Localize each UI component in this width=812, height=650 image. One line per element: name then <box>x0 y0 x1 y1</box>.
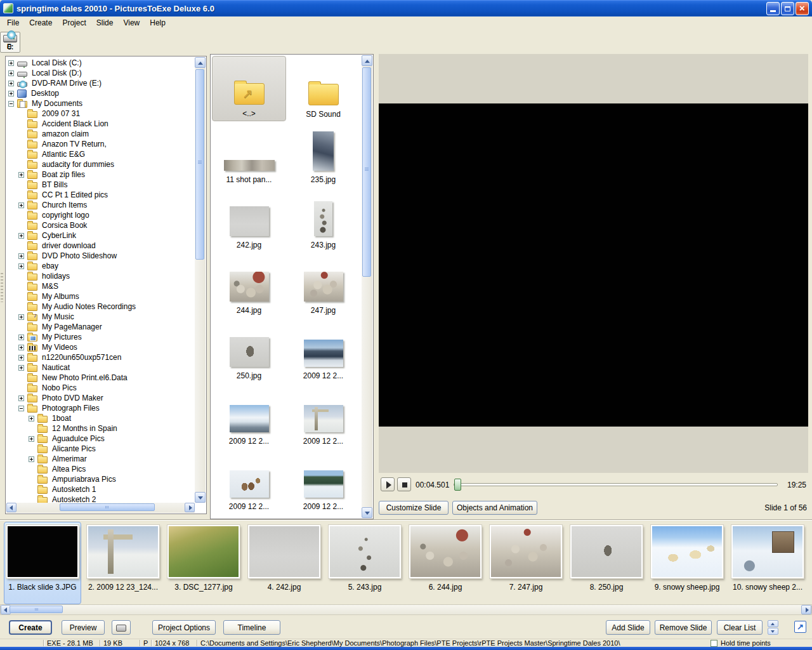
tree-item[interactable]: My PageManager <box>6 322 195 332</box>
file-item[interactable]: 235.jpg <box>286 121 360 187</box>
tree-item[interactable]: Alicante Pics <box>6 444 195 454</box>
tree-item[interactable]: Atlantic E&G <box>6 149 195 159</box>
clear-list-button[interactable]: Clear List <box>717 620 763 635</box>
menu-item[interactable]: Create <box>24 17 57 29</box>
seek-thumb[interactable] <box>454 479 461 491</box>
tree-expander-icon[interactable] <box>8 101 14 107</box>
spin-up-button[interactable] <box>768 620 778 627</box>
seek-bar[interactable] <box>454 483 778 486</box>
tree-expander-icon[interactable] <box>29 416 34 421</box>
slide-item[interactable]: 9. snowy sheep.jpg <box>648 522 726 604</box>
tree-item[interactable]: Boat zip files <box>6 169 195 180</box>
screen-preview-button[interactable] <box>112 620 131 635</box>
file-item[interactable]: <..> <box>212 56 286 121</box>
tree-item[interactable]: CyberLink <box>6 230 195 241</box>
menu-item[interactable]: Help <box>145 17 171 29</box>
file-item[interactable]: 2009 12 2... <box>286 383 360 448</box>
panel-splitter[interactable] <box>1 273 3 302</box>
tree-item[interactable]: Desktop <box>6 88 195 98</box>
spin-down-button[interactable] <box>768 628 778 635</box>
tree-item[interactable]: Local Disk (C:) <box>6 58 195 68</box>
tree-item[interactable]: Nobo Pics <box>6 383 195 393</box>
stop-button[interactable] <box>397 477 411 491</box>
add-slide-button[interactable]: Add Slide <box>606 620 650 635</box>
tree-item[interactable]: BT Bills <box>6 180 195 190</box>
tree-horizontal-scrollbar[interactable] <box>6 503 195 513</box>
scrollbar-thumb[interactable] <box>195 69 204 260</box>
scroll-right-button[interactable] <box>801 605 811 614</box>
file-item[interactable]: 247.jpg <box>286 252 360 317</box>
restore-button[interactable] <box>781 2 794 15</box>
tree-item[interactable]: My Music <box>6 312 195 322</box>
tree-item[interactable]: holidays <box>6 271 195 281</box>
strip-scrollbar[interactable] <box>0 604 812 615</box>
tree-expander-icon[interactable] <box>18 202 24 208</box>
file-item[interactable]: 244.jpg <box>212 252 286 317</box>
tree-item[interactable]: 12 Months in Spain <box>6 423 195 434</box>
create-button[interactable]: Create <box>9 620 52 635</box>
timeline-button[interactable]: Timeline <box>223 620 280 635</box>
tree-expander-icon[interactable] <box>29 456 34 462</box>
file-item[interactable]: 2009 12 2... <box>212 448 286 514</box>
tree-item[interactable]: My Pictures <box>6 332 195 342</box>
tree-item[interactable]: Autosketch 2 <box>6 494 195 503</box>
tree-expander-icon[interactable] <box>18 365 24 371</box>
tree-expander-icon[interactable] <box>18 314 24 320</box>
play-button[interactable] <box>381 477 395 491</box>
scroll-right-button[interactable] <box>185 503 195 512</box>
file-item[interactable]: 2009 12 2... <box>286 448 360 514</box>
tree-item[interactable]: Almerimar <box>6 454 195 464</box>
slide-item[interactable]: 6. 244.jpg <box>407 522 484 604</box>
tree-item[interactable]: Aguadulce Pics <box>6 434 195 444</box>
objects-animation-button[interactable]: Objects and Animation <box>452 501 537 515</box>
expand-strip-icon[interactable] <box>794 621 806 633</box>
menu-item[interactable]: View <box>118 17 145 29</box>
tree-expander-icon[interactable] <box>8 60 14 66</box>
tree-item[interactable]: Corsica Book <box>6 220 195 230</box>
tree-expander-icon[interactable] <box>29 436 34 442</box>
tree-item[interactable]: Church Items <box>6 200 195 210</box>
slide-item[interactable]: 8. 250.jpg <box>568 522 645 604</box>
tree-item[interactable]: 1boat <box>6 413 195 423</box>
minimize-button[interactable] <box>766 2 780 15</box>
tree-item[interactable]: CC Pt 1 Edited pics <box>6 190 195 200</box>
tree-expander-icon[interactable] <box>18 263 24 269</box>
tree-expander-icon[interactable] <box>18 233 24 239</box>
scroll-left-button[interactable] <box>6 503 16 512</box>
tree-item[interactable]: DVD Photo Slideshow <box>6 251 195 261</box>
tree-item[interactable]: n1220un650uxp571cen <box>6 352 195 362</box>
tree-item[interactable]: Anazon TV Return, <box>6 139 195 149</box>
remove-slide-button[interactable]: Remove Slide <box>655 620 712 635</box>
files-vertical-scrollbar[interactable] <box>362 55 372 518</box>
tree-expander-icon[interactable] <box>18 406 24 411</box>
tree-item[interactable]: Autosketch 1 <box>6 484 195 494</box>
tree-expander-icon[interactable] <box>18 395 24 401</box>
file-item[interactable]: 243.jpg <box>286 187 360 252</box>
scroll-up-button[interactable] <box>195 57 206 68</box>
slide-item[interactable]: 1. Black slide 3.JPG <box>4 522 81 604</box>
tree-item[interactable]: New Photo Print.el6.Data <box>6 373 195 383</box>
menu-item[interactable]: File <box>2 17 24 29</box>
file-item[interactable]: SD Sound <box>286 56 360 121</box>
scroll-down-button[interactable] <box>195 492 206 503</box>
slide-item[interactable]: 10. snowy sheep 2... <box>729 522 806 604</box>
tree-expander-icon[interactable] <box>18 335 24 340</box>
tree-item[interactable]: My Audio Notes Recordings <box>6 302 195 312</box>
tree-item[interactable]: Photo DVD Maker <box>6 393 195 403</box>
menu-item[interactable]: Slide <box>91 17 119 29</box>
file-item[interactable]: 2009 12 2... <box>212 383 286 448</box>
slide-item[interactable]: 2. 2009 12 23_124... <box>84 522 162 604</box>
tree-item[interactable]: driver download <box>6 241 195 251</box>
tree-expander-icon[interactable] <box>18 355 24 361</box>
tree-expander-icon[interactable] <box>8 70 14 76</box>
slide-item[interactable]: 4. 242.jpg <box>246 522 323 604</box>
preview-button[interactable]: Preview <box>62 620 105 635</box>
tree-item[interactable]: Photograph Files <box>6 403 195 413</box>
tree-item[interactable]: DVD-RAM Drive (E:) <box>6 78 195 88</box>
tree-item[interactable]: M&S <box>6 281 195 291</box>
file-item[interactable]: 2009 12 2... <box>286 317 360 383</box>
tree-vertical-scrollbar[interactable] <box>195 57 206 503</box>
tree-item[interactable]: ebay <box>6 261 195 271</box>
menu-item[interactable]: Project <box>57 17 91 29</box>
close-button[interactable]: × <box>796 2 809 15</box>
